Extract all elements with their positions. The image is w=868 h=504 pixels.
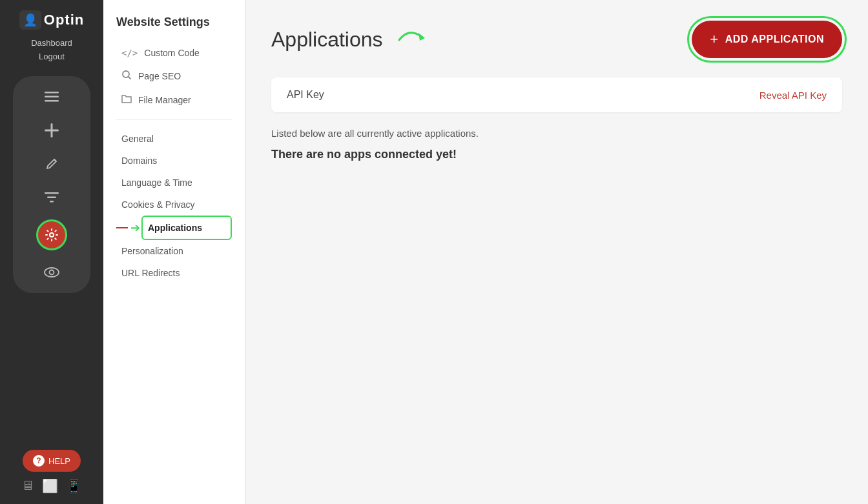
svg-rect-2 <box>45 100 59 102</box>
svg-rect-0 <box>45 92 59 94</box>
page-title-area: Applications <box>271 24 435 55</box>
add-application-button[interactable]: + ADD APPLICATION <box>692 21 842 58</box>
settings-icon-active[interactable] <box>36 219 67 250</box>
sidebar-item-file-manager-label: File Manager <box>138 95 191 105</box>
left-arrow-icon: ➔ <box>130 221 140 235</box>
svg-point-9 <box>45 268 59 277</box>
reveal-api-key-button[interactable]: Reveal API Key <box>760 90 827 101</box>
add-icon[interactable] <box>40 119 63 142</box>
dashboard-link[interactable]: Dashboard <box>31 36 72 50</box>
logo-icon: 👤 <box>19 10 41 30</box>
sidebar-item-language-time[interactable]: Language & Time <box>116 172 232 194</box>
no-apps-text: There are no apps connected yet! <box>271 148 842 161</box>
sidebar-item-domains[interactable]: Domains <box>116 150 232 172</box>
tablet-icon[interactable]: ⬜ <box>42 478 58 494</box>
main-content: Applications + ADD APPLICATION API Key R… <box>245 0 868 504</box>
left-dash <box>116 227 128 228</box>
logout-link[interactable]: Logout <box>31 50 72 63</box>
sidebar-item-cookies-privacy[interactable]: Cookies & Privacy <box>116 194 232 216</box>
sidebar-item-applications[interactable]: Applications <box>141 216 232 240</box>
filter-icon[interactable] <box>40 186 63 209</box>
logo-text: Optin <box>44 12 84 28</box>
svg-rect-6 <box>47 197 56 199</box>
sidebar-item-url-redirects[interactable]: URL Redirects <box>116 262 232 284</box>
svg-point-8 <box>50 233 54 237</box>
svg-rect-1 <box>45 96 59 98</box>
svg-rect-7 <box>50 201 54 203</box>
desktop-icon[interactable]: 🖥 <box>21 478 34 494</box>
sidebar-item-page-seo[interactable]: Page SEO <box>116 64 232 88</box>
svg-rect-5 <box>45 192 59 194</box>
folder-icon <box>121 94 132 106</box>
sidebar-item-custom-code[interactable]: </> Custom Code <box>116 42 232 64</box>
mobile-icon[interactable]: 📱 <box>66 478 82 494</box>
api-key-label: API Key <box>287 89 324 101</box>
sidebar-item-general[interactable]: General <box>116 128 232 150</box>
sidebar-item-personalization[interactable]: Personalization <box>116 240 232 262</box>
sidebar-divider <box>116 119 232 120</box>
help-button[interactable]: ? HELP <box>23 450 81 472</box>
nav-links: Dashboard Logout <box>31 36 72 63</box>
page-title: Applications <box>271 28 383 52</box>
logo-area: 👤 Optin <box>0 0 103 36</box>
add-application-label: ADD APPLICATION <box>725 34 824 45</box>
sidebar-item-file-manager[interactable]: File Manager <box>116 88 232 112</box>
edit-icon[interactable] <box>40 152 63 176</box>
svg-point-10 <box>50 270 54 275</box>
seo-icon <box>121 70 132 83</box>
arrow-annotation <box>396 24 435 55</box>
add-icon: + <box>710 31 718 48</box>
help-label: HELP <box>48 456 70 466</box>
svg-marker-12 <box>418 33 425 41</box>
menu-icon[interactable] <box>40 85 63 108</box>
sidebar-title: Website Settings <box>116 15 232 29</box>
eye-icon[interactable] <box>40 261 63 284</box>
second-sidebar: Website Settings </> Custom Code Page SE… <box>103 0 245 504</box>
sidebar-top-items: </> Custom Code Page SEO File Manager <box>116 42 232 112</box>
api-key-bar: API Key Reveal API Key <box>271 77 842 112</box>
sidebar-item-custom-code-label: Custom Code <box>144 48 200 58</box>
help-icon: ? <box>33 455 45 467</box>
svg-rect-4 <box>45 130 59 132</box>
applications-row-wrapper: ➔ Applications <box>116 216 232 240</box>
left-navigation: 👤 Optin Dashboard Logout <box>0 0 103 504</box>
icon-panel <box>13 76 90 293</box>
device-icons: 🖥 ⬜ 📱 <box>21 478 82 494</box>
sidebar-item-page-seo-label: Page SEO <box>138 71 181 81</box>
code-icon: </> <box>121 48 138 58</box>
page-header: Applications + ADD APPLICATION <box>271 21 842 58</box>
apps-description: Listed below are all currently active ap… <box>271 128 842 139</box>
sidebar-plain-items: General Domains Language & Time Cookies … <box>116 128 232 284</box>
